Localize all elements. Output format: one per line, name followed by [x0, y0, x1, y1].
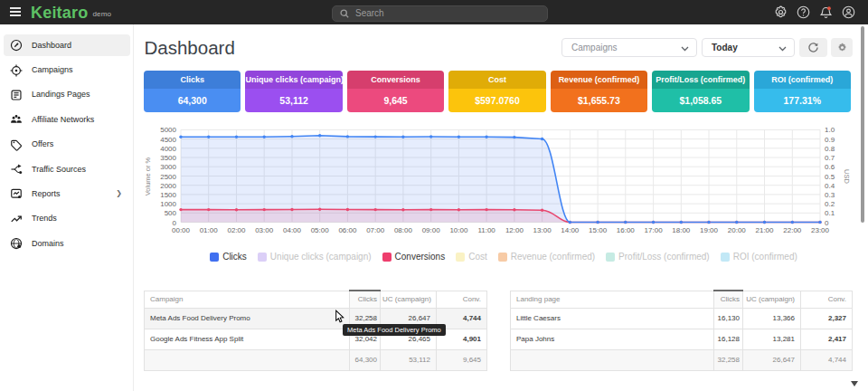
svg-text:01:00: 01:00	[200, 226, 219, 234]
svg-text:13:00: 13:00	[533, 226, 552, 234]
svg-text:09:00: 09:00	[422, 226, 441, 234]
svg-text:00:00: 00:00	[172, 226, 191, 234]
svg-text:2000: 2000	[160, 182, 176, 190]
svg-text:3500: 3500	[160, 154, 176, 162]
svg-text:1500: 1500	[160, 191, 176, 199]
svg-text:03:00: 03:00	[255, 226, 274, 234]
svg-text:500: 500	[165, 209, 177, 217]
svg-text:15:00: 15:00	[589, 226, 608, 234]
svg-text:11:00: 11:00	[477, 226, 495, 234]
svg-text:07:00: 07:00	[366, 226, 385, 234]
svg-text:14:00: 14:00	[561, 226, 580, 234]
svg-text:0.6: 0.6	[825, 163, 835, 171]
svg-text:0.4: 0.4	[825, 182, 835, 190]
svg-text:0.1: 0.1	[825, 209, 835, 217]
svg-text:02:00: 02:00	[227, 226, 246, 234]
svg-text:4000: 4000	[160, 145, 176, 153]
svg-text:0.5: 0.5	[825, 173, 835, 181]
svg-text:08:00: 08:00	[394, 226, 413, 234]
svg-text:16:00: 16:00	[617, 226, 636, 234]
svg-text:23:00: 23:00	[811, 226, 830, 234]
svg-text:12:00: 12:00	[505, 226, 524, 234]
svg-text:1000: 1000	[160, 200, 176, 208]
svg-text:21:00: 21:00	[755, 226, 774, 234]
svg-text:0.7: 0.7	[825, 154, 835, 162]
svg-text:05:00: 05:00	[311, 226, 330, 234]
svg-text:20:00: 20:00	[728, 226, 747, 234]
svg-text:19:00: 19:00	[700, 226, 719, 234]
svg-text:0.2: 0.2	[825, 200, 835, 208]
svg-text:0.9: 0.9	[825, 136, 835, 144]
svg-text:0.3: 0.3	[825, 191, 835, 199]
svg-text:5000: 5000	[160, 126, 176, 134]
svg-text:USD: USD	[843, 169, 851, 184]
svg-text:0.8: 0.8	[825, 145, 835, 153]
svg-text:1.0: 1.0	[825, 126, 835, 134]
svg-text:06:00: 06:00	[338, 226, 357, 234]
svg-text:4500: 4500	[160, 136, 176, 144]
svg-text:17:00: 17:00	[645, 226, 664, 234]
svg-text:10:00: 10:00	[449, 226, 468, 234]
svg-text:2500: 2500	[160, 173, 176, 181]
svg-text:Volume or %: Volume or %	[144, 157, 152, 196]
svg-text:3000: 3000	[160, 163, 176, 171]
svg-text:04:00: 04:00	[283, 226, 302, 234]
svg-text:22:00: 22:00	[783, 226, 802, 234]
svg-text:18:00: 18:00	[672, 226, 691, 234]
